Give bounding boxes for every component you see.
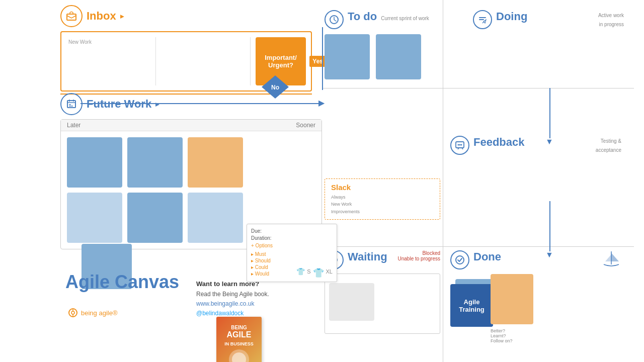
later-sooner-bar: Later Sooner — [61, 120, 321, 131]
left-vert-divider-right — [322, 27, 323, 90]
done-card-orange[interactable] — [491, 274, 533, 324]
being-agile-brand: being agile® — [68, 308, 117, 318]
done-title: Done — [473, 250, 501, 263]
shirt-size-s: S — [307, 268, 310, 279]
todo-card-1[interactable] — [325, 34, 370, 79]
svg-rect-3 — [67, 101, 75, 108]
book-line3: IN BUSINESS — [224, 341, 254, 346]
svg-point-20 — [456, 256, 464, 264]
done-icon — [450, 250, 469, 269]
book-inner-circle — [232, 352, 246, 363]
future-card-4[interactable] — [67, 193, 122, 243]
future-card-1[interactable] — [67, 137, 122, 188]
todo-cards — [325, 34, 445, 79]
doing-section: Doing Active work in progress — [473, 10, 624, 29]
svg-point-10 — [71, 311, 74, 314]
future-work-icon — [60, 93, 83, 115]
future-card-3[interactable] — [188, 137, 243, 188]
todo-card-2[interactable] — [376, 34, 421, 79]
feedback-subtitle: Testing & acceptance — [596, 138, 621, 153]
no-diamond-container: No — [262, 75, 289, 101]
waiting-header-row: Waiting Blocked Unable to progress — [325, 250, 440, 269]
waiting-section: Waiting Blocked Unable to progress — [325, 250, 440, 334]
feedback-header-row: Feedback Testing & acceptance — [450, 136, 621, 155]
book-circle-graphic — [229, 349, 249, 363]
svg-point-17 — [458, 144, 459, 146]
slack-item-2: New Work — [331, 201, 434, 208]
feedback-subtitle-container: Testing & acceptance — [596, 136, 621, 154]
todo-title: To do — [348, 10, 377, 23]
inbox-icon — [60, 5, 83, 27]
slack-items: Always New Work Improvements — [331, 194, 434, 215]
popup-options-label: + Options — [251, 243, 333, 248]
right-horiz-divider-1 — [322, 88, 634, 88]
yes-label: Yes — [309, 56, 326, 67]
inbox-arrow: ▸ — [120, 12, 124, 20]
future-card-6[interactable] — [188, 193, 243, 243]
popup-due-row: Due: — [251, 228, 333, 234]
book-line2: AGILE — [227, 330, 252, 339]
inbox-header: Inbox ▸ — [60, 5, 312, 27]
popup-must: ▸ Must — [251, 251, 333, 257]
doing-subtitle-container: Active work in progress — [598, 10, 624, 28]
done-follow-up: Better? Learnt? Follow on? — [491, 328, 513, 343]
doing-header-row: Doing Active work in progress — [473, 10, 624, 29]
learn-more-website[interactable]: www.beingagile.co.uk — [196, 299, 269, 309]
done-header-row: Done — [450, 250, 621, 270]
slack-item-1: Always — [331, 194, 434, 201]
waiting-subtitle: Blocked Unable to progress — [398, 250, 441, 261]
shirt-icons: 👕 S 👕 XL — [296, 267, 333, 279]
card-detail-popup: Due: Duration: + Options ▸ Must ▸ Should… — [247, 224, 337, 282]
waiting-inner — [325, 274, 440, 334]
future-card-2[interactable] — [127, 137, 183, 188]
shirt-icon-s: 👕 — [296, 267, 305, 279]
sooner-label: Sooner — [296, 122, 315, 129]
waiting-card[interactable] — [329, 283, 374, 321]
future-card-5[interactable] — [127, 193, 183, 243]
svg-text:No: No — [271, 84, 279, 91]
book-cover: BEING AGILE IN BUSINESS — [216, 317, 262, 362]
todo-title-row: To do Current sprint of work — [348, 10, 429, 23]
done-agile-training-label: Agile Training — [459, 298, 485, 313]
agile-canvas-container: Inbox ▸ New Work Important/ Urgent? Yes … — [0, 0, 644, 362]
svg-point-18 — [459, 144, 461, 146]
done-boat-icon — [601, 250, 621, 270]
popup-should: ▸ Should — [251, 258, 333, 263]
slack-area: Slack Always New Work Improvements — [325, 178, 440, 220]
popup-due-label: Due: — [251, 228, 262, 234]
inbox-new-work-col: New Work — [66, 37, 156, 85]
vert-arrow-doing-feedback — [549, 88, 550, 138]
todo-section: To do Current sprint of work — [325, 10, 445, 79]
inbox-title: Inbox — [87, 10, 116, 23]
future-work-section: Future Work ▸ Later Sooner Due: — [60, 93, 322, 249]
later-label: Later — [67, 122, 80, 129]
waiting-titles: Waiting — [348, 250, 394, 263]
slack-item-3: Improvements — [331, 208, 434, 215]
feedback-title: Feedback — [473, 136, 525, 149]
shirt-icon-xl: 👕 — [313, 267, 324, 279]
being-agile-logo-icon — [68, 308, 78, 318]
todo-subtitle: Current sprint of work — [381, 16, 429, 21]
learn-more-section: Want to learn more? Read the Being Agile… — [196, 279, 269, 318]
popup-duration-row: Duration: — [251, 235, 333, 241]
learn-more-line1: Read the Being Agile book. — [196, 290, 269, 299]
done-section: Done Agile Training Better? Learnt? Foll… — [450, 250, 621, 344]
feedback-section: Feedback Testing & acceptance — [450, 136, 621, 155]
waiting-title: Waiting — [348, 250, 387, 263]
todo-header-row: To do Current sprint of work — [325, 10, 445, 29]
feedback-icon — [450, 136, 469, 155]
done-cards: Agile Training Better? Learnt? Follow on… — [450, 274, 621, 344]
popup-duration-label: Duration: — [251, 235, 272, 241]
doing-subtitle: Active work in progress — [598, 13, 624, 27]
vert-arrow-feedback-done — [549, 201, 550, 251]
todo-icon — [325, 10, 344, 29]
todo-titles: To do Current sprint of work — [348, 10, 429, 23]
svg-point-19 — [461, 144, 462, 146]
being-agile-text: being agile® — [81, 309, 117, 317]
feedback-titles: Feedback — [473, 136, 525, 149]
doing-title: Doing — [496, 10, 527, 23]
done-card-agile-training[interactable]: Agile Training — [450, 284, 493, 327]
inbox-col-2 — [161, 37, 251, 85]
inbox-new-work-label: New Work — [66, 37, 155, 47]
doing-titles: Doing — [496, 10, 527, 23]
